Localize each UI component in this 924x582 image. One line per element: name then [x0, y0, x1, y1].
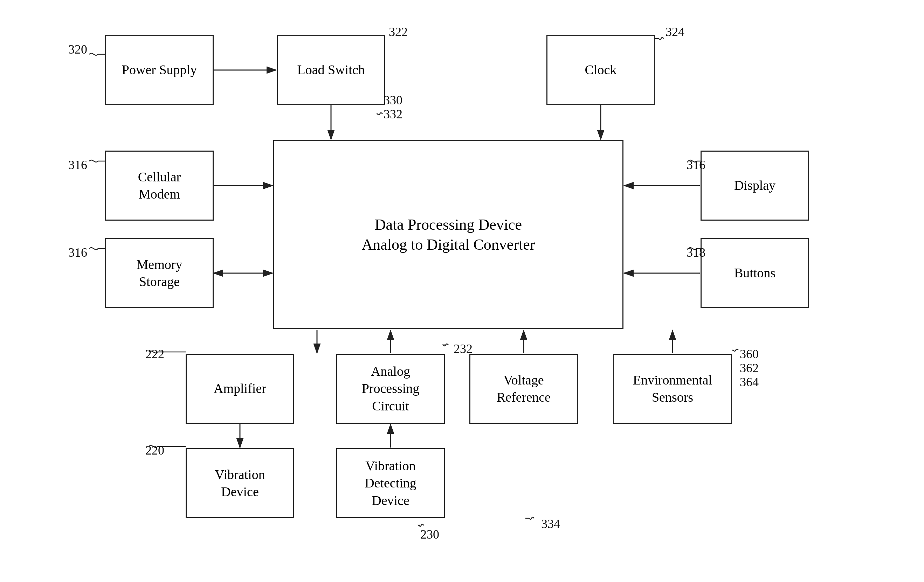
ref-316a: 316 — [68, 158, 87, 172]
power-supply-label: Power Supply — [122, 61, 197, 78]
voltage-reference-box: VoltageReference — [469, 354, 578, 424]
ref-316b: 316 — [68, 245, 87, 260]
ref-364: 364 — [740, 375, 759, 389]
ref-360: 360 — [740, 347, 759, 361]
ref-334: 334 — [541, 516, 560, 531]
cellular-modem-label: CellularModem — [138, 168, 181, 203]
clock-box: Clock — [546, 35, 655, 105]
clock-label: Clock — [585, 61, 617, 78]
vibration-device-label: VibrationDevice — [215, 466, 265, 501]
ref-230: 230 — [420, 527, 439, 542]
memory-storage-label: MemoryStorage — [137, 256, 183, 291]
buttons-label: Buttons — [734, 264, 776, 282]
ref-332: 332 — [384, 107, 403, 122]
ref-320: 320 — [68, 42, 87, 57]
ref-318: 318 — [686, 245, 705, 260]
vibration-detecting-box: VibrationDetectingDevice — [336, 448, 445, 518]
load-switch-label: Load Switch — [297, 61, 365, 78]
analog-processing-box: AnalogProcessingCircuit — [336, 354, 445, 424]
load-switch-box: Load Switch — [277, 35, 385, 105]
display-label: Display — [734, 177, 776, 194]
environmental-sensors-box: EnvironmentalSensors — [613, 354, 732, 424]
ref-324: 324 — [665, 25, 685, 39]
buttons-box: Buttons — [701, 238, 809, 308]
ref-322: 322 — [389, 25, 408, 39]
data-processing-box: Data Processing DeviceAnalog to Digital … — [273, 140, 624, 329]
ref-330: 330 — [384, 93, 403, 107]
vibration-device-box: VibrationDevice — [186, 448, 294, 518]
ref-232: 232 — [454, 341, 472, 356]
environmental-sensors-label: EnvironmentalSensors — [633, 371, 712, 406]
ref-222: 222 — [145, 347, 164, 361]
cellular-modem-box: CellularModem — [105, 150, 214, 221]
analog-processing-label: AnalogProcessingCircuit — [362, 363, 420, 415]
ref-362: 362 — [740, 361, 759, 375]
amplifier-label: Amplifier — [214, 380, 266, 397]
amplifier-box: Amplifier — [186, 354, 294, 424]
data-processing-label: Data Processing DeviceAnalog to Digital … — [362, 215, 535, 255]
vibration-detecting-label: VibrationDetectingDevice — [365, 457, 416, 509]
power-supply-box: Power Supply — [105, 35, 214, 105]
diagram: Power Supply Load Switch Clock CellularM… — [0, 0, 924, 582]
display-box: Display — [701, 150, 809, 221]
voltage-reference-label: VoltageReference — [497, 371, 551, 406]
memory-storage-box: MemoryStorage — [105, 238, 214, 308]
ref-316c: 316 — [686, 158, 705, 172]
ref-220: 220 — [145, 443, 164, 458]
